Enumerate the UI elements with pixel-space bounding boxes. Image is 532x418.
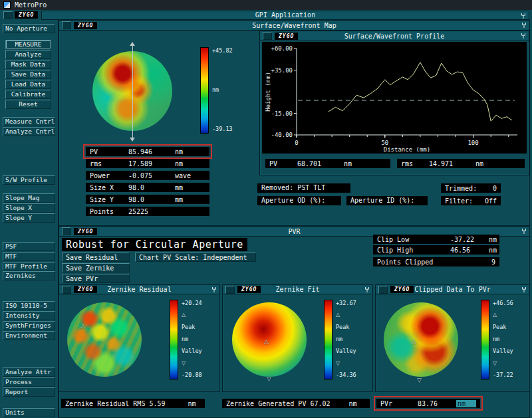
window-options-icon[interactable] (520, 33, 527, 39)
aperture-od-box[interactable]: Aperture OD (%): (257, 196, 341, 205)
scale-min: -20.88 (182, 371, 202, 378)
surface-map-titlebar[interactable]: ZYGO Surface/Wavefront Map (59, 21, 529, 31)
sidebar-item-iso-10110-5[interactable]: ISO 10110-5 (3, 301, 55, 310)
cursor-marker-icon: △ (80, 322, 85, 329)
sidebar-item-report[interactable]: Report (3, 387, 55, 397)
surface-map-colorbar: +45.82 nm -39.13 (200, 47, 233, 134)
peak-label: Peak (493, 324, 506, 330)
sidebar-item-slope-y[interactable]: Slope Y (3, 213, 55, 223)
window-options-icon[interactable] (520, 13, 527, 19)
sidebar-item-calibrate[interactable]: Calibrate (5, 90, 51, 99)
svg-text:100: 100 (467, 140, 478, 146)
sidebar-item-reset[interactable]: Reset (5, 100, 51, 109)
triangle-down-icon: ▽ (336, 360, 340, 366)
zernike-residual-titlebar[interactable]: ZYGO Zernike Residual (59, 285, 219, 294)
sidebar-item-psf[interactable]: PSF (3, 242, 55, 251)
sidebar-item-process[interactable]: Process (3, 377, 55, 387)
unit-label: nm (182, 336, 188, 342)
cursor-marker-icon: ▽ (267, 375, 271, 382)
zygo-logo: ZYGO (74, 228, 97, 235)
scale-min: -34.36 (336, 371, 356, 378)
sidebar-item-intensity[interactable]: Intensity (3, 311, 55, 320)
zernike-residual-rms-box: Zernike Residual RMS 5.59 nm (61, 399, 205, 408)
filter-box[interactable]: Filter: Off (441, 196, 501, 205)
zernike-fit-map[interactable] (232, 302, 307, 377)
window-options-icon[interactable] (521, 286, 527, 293)
window-title: MetroPro (15, 1, 47, 9)
stat-size-y: Size Y 98.0 mm (86, 195, 209, 204)
sidebar-item-units[interactable]: Units (3, 408, 55, 417)
sidebar-item-mtf[interactable]: MTF (3, 252, 55, 261)
zernike-fit-panel: ZYGO Zernike Fit △ ▽ +32.67 △ Peak nm Va… (222, 284, 373, 392)
stat-rms: rms 17.589 nm (86, 159, 209, 168)
profile-cursor-line[interactable] (132, 46, 133, 138)
profile-chart: +60.00+35.00-15.00-40.00050100Distance (… (262, 42, 527, 154)
sidebar-item-save-data[interactable]: Save Data (5, 70, 51, 79)
app-title-bar[interactable]: GPI Application (41, 11, 529, 20)
profile-titlebar[interactable]: ZYGO Surface/Wavefront Profile (260, 31, 529, 41)
valley-label: Valley (493, 348, 513, 354)
scale-max: +46.56 (493, 300, 513, 306)
sidebar-item-measure[interactable]: MEASURE (5, 40, 51, 49)
save-pvr-button[interactable]: Save PVr (62, 274, 130, 283)
app-icon (3, 1, 11, 9)
chart-pv-scale-button[interactable]: Chart PV Scale: Independent (135, 253, 256, 262)
profile-pv-box: PV 68.701 nm (265, 159, 390, 168)
sidebar-item-environment[interactable]: Environment (3, 331, 55, 340)
window-options-icon[interactable] (211, 286, 217, 293)
window-options-icon[interactable] (521, 22, 527, 29)
profile-panel: ZYGO Surface/Wavefront Profile +60.00+35… (259, 31, 529, 175)
window-menu-icon[interactable] (62, 21, 71, 29)
profile-rms-box: rms 14.971 nm (397, 159, 525, 168)
sidebar-item-analyze-cntrl[interactable]: Analyze Cntrl (3, 127, 55, 136)
window-menu-icon[interactable] (225, 286, 235, 294)
trimmed-box: Trimmed: 0 (441, 183, 501, 193)
sidebar-item-zernikes[interactable]: Zernikes (3, 271, 55, 280)
profile-chart-area: +60.00+35.00-15.00-40.00050100Distance (… (262, 42, 527, 154)
window-options-icon[interactable] (364, 286, 370, 293)
arrow-down-icon (130, 138, 135, 142)
svg-text:50: 50 (381, 140, 388, 146)
sidebar-item-analyze-attr[interactable]: Analyze Attr (3, 367, 55, 377)
sidebar-item-mtf-profile[interactable]: MTF Profile (3, 262, 55, 271)
aperture-id-box[interactable]: Aperture ID (%): (346, 196, 428, 205)
stat-points: Points 25225 (86, 207, 209, 216)
unit-label: nm (493, 336, 499, 342)
sidebar-item-slope-x[interactable]: Slope X (3, 203, 55, 213)
clip-high-box: Clip High 46.56 nm (373, 245, 499, 255)
sidebar-item-slope-mag[interactable]: Slope Mag (3, 193, 55, 203)
sidebar-item-analyze[interactable]: Analyze (5, 50, 51, 59)
scale-max: +20.24 (182, 300, 202, 306)
peak-label: Peak (182, 324, 195, 330)
zernike-fit-titlebar[interactable]: ZYGO Zernike Fit (223, 285, 372, 294)
sidebar-item-measure-cntrl[interactable]: Measure Cntrl (3, 117, 55, 126)
window-menu-icon[interactable] (62, 227, 71, 235)
scale-max: +32.67 (336, 300, 356, 306)
sidebar-item-no-aperture[interactable]: No Aperture (3, 24, 55, 33)
arrow-up-icon (130, 42, 135, 46)
window-menu-icon[interactable] (378, 286, 388, 294)
titlebar[interactable]: MetroPro (0, 0, 532, 10)
sidebar-item-load-data[interactable]: Load Data (5, 80, 51, 89)
stat-size-x: Size X 98.0 mm (86, 183, 209, 192)
window-menu-icon[interactable] (3, 11, 13, 19)
window-menu-icon[interactable] (263, 32, 272, 40)
triangle-up-icon: △ (336, 312, 340, 318)
window-options-icon[interactable] (521, 228, 527, 235)
triangle-down-icon: ▽ (182, 360, 186, 366)
triangle-down-icon: ▽ (493, 360, 497, 366)
scale-max: +45.82 (212, 47, 233, 54)
stat-pv: PV 85.946 nm (86, 147, 209, 156)
clipped-data-titlebar[interactable]: ZYGO Clipped Data To PVr (376, 285, 529, 294)
zernike-residual-map[interactable] (67, 302, 142, 377)
clipped-data-colorbar: +46.56 △ Peak nm Valley ▽ -37.22 (481, 300, 513, 379)
window-menu-icon[interactable] (62, 286, 71, 294)
clipped-data-map[interactable] (384, 302, 458, 377)
save-zernike-button[interactable]: Save Zernike (62, 263, 130, 272)
save-residual-button[interactable]: Save Residual (62, 253, 130, 262)
pvr-result-box: PVr 83.76 nm (376, 399, 480, 408)
sidebar-item-mask-data[interactable]: Mask Data (5, 60, 51, 69)
sidebar-item-synthfringes[interactable]: SynthFringes (3, 321, 55, 330)
sidebar: No Aperture MEASURE Analyze Mask Data Sa… (0, 20, 59, 418)
sidebar-item-sw-profile[interactable]: S/W Profile (3, 175, 55, 185)
